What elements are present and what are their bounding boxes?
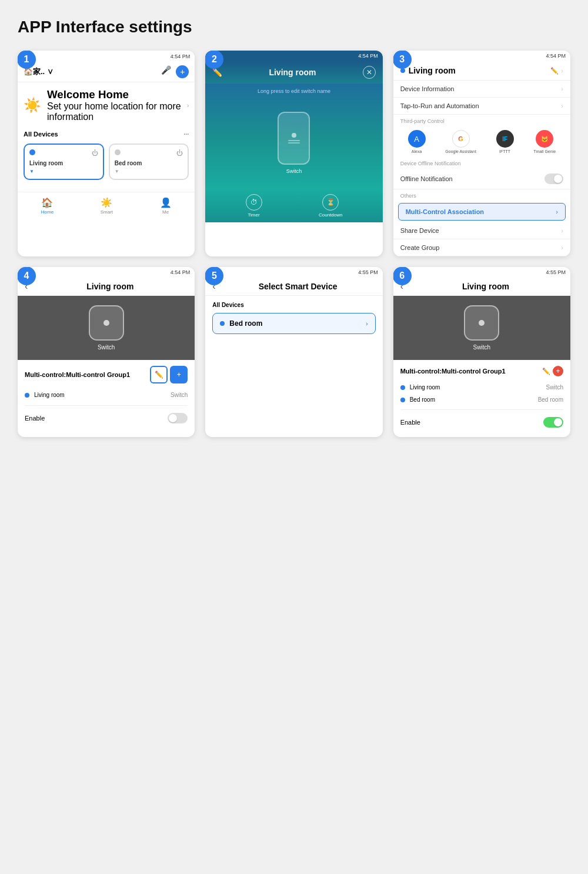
screen-2: 2 📶 4:54 PM ✏️ Living room ✕ Long press … — [205, 51, 382, 256]
google-button[interactable]: G Google Assistant — [445, 130, 476, 154]
menu-device-info[interactable]: Device Information › — [393, 81, 570, 98]
timer-button[interactable]: ⏱ Timer — [246, 194, 262, 218]
share-device-label: Share Device — [400, 227, 439, 234]
device-name-bedroom: Bed room — [115, 160, 183, 166]
s4-header: ‹ Living room — [18, 278, 195, 296]
s4-divider — [25, 405, 188, 406]
s6-device-box — [464, 305, 499, 341]
s3-edit-icon[interactable]: ✏️ — [550, 67, 559, 75]
s2-device-image — [278, 112, 310, 165]
s4-row-dot-1 — [25, 393, 29, 398]
s4-enable-label: Enable — [25, 415, 45, 422]
screen-4: 4 📶 4:54 PM ‹ Living room Switch Multi-c… — [18, 267, 195, 437]
countdown-button[interactable]: ⏳ Countdown — [319, 194, 342, 218]
nav-smart[interactable]: ☀️ Smart — [101, 197, 113, 215]
plus-icon: + — [177, 371, 181, 379]
tmall-button[interactable]: 🐱 Tmall Genie — [533, 130, 556, 154]
s5-title: Select Smart Device — [220, 282, 376, 291]
ifttt-label: IFTTT — [499, 149, 510, 154]
device-cards: ⏻ Living room ▼ ⏻ Bed room ▼ — [18, 140, 195, 186]
menu-tap-run[interactable]: Tap-to-Run and Automation › — [393, 98, 570, 115]
edit-icon: ✏️ — [155, 371, 163, 379]
device-dropdown-icon[interactable]: ▼ — [29, 169, 98, 174]
share-device-row[interactable]: Share Device › — [393, 222, 570, 239]
s4-title: Living room — [32, 282, 188, 291]
ifttt-icon: IF — [496, 130, 514, 148]
home-nav-icon: 🏠 — [41, 197, 53, 208]
s6-enable-toggle[interactable] — [543, 417, 563, 428]
s6-add-button[interactable]: + — [553, 366, 563, 376]
step-badge-6: 6 — [393, 267, 412, 285]
status-bar-1: 🏠家.. 4:54 PM — [18, 51, 195, 62]
s3-title: Living room — [409, 66, 456, 75]
timer-label: Timer — [248, 212, 259, 218]
mic-icon[interactable]: 🎤 — [161, 65, 171, 78]
s4-device-area: Switch — [18, 296, 195, 360]
offline-notification-row: Offline Notification — [393, 169, 570, 189]
device-card-living[interactable]: ⏻ Living room ▼ — [24, 144, 104, 180]
s5-device-item[interactable]: Bed room › — [212, 313, 375, 334]
s2-edit-icon[interactable]: ✏️ — [212, 68, 222, 77]
device-status-dot-2 — [115, 149, 121, 155]
s6-row-type-1: Switch — [546, 384, 563, 391]
power-icon-2[interactable]: ⏻ — [176, 149, 183, 156]
nav-home[interactable]: 🏠 Home — [41, 197, 54, 215]
power-icon[interactable]: ⏻ — [92, 149, 98, 156]
s6-enable-label: Enable — [400, 419, 420, 426]
s6-row-name-1: Living room — [410, 384, 542, 391]
device-dropdown-icon-2[interactable]: ▼ — [115, 169, 183, 174]
s4-enable-toggle[interactable] — [168, 413, 188, 423]
tmall-label: Tmall Genie — [533, 149, 556, 154]
add-icon[interactable]: + — [176, 65, 189, 78]
s5-device-arrow: › — [366, 320, 368, 327]
device-status-dot — [29, 149, 35, 155]
third-party-icons: A Alexa G Google Assistant IF IFTTT 🐱 Tm… — [393, 126, 570, 157]
s4-row-name-1: Living room — [34, 392, 166, 398]
all-devices-label: All Devices — [24, 131, 58, 138]
device-card-bedroom[interactable]: ⏻ Bed room ▼ — [109, 144, 189, 180]
more-options-icon[interactable]: ··· — [183, 131, 189, 138]
s4-row-type-1: Switch — [171, 392, 188, 398]
s6-divider — [400, 409, 563, 410]
s6-device-row-1: Living room Switch — [400, 381, 563, 393]
s6-title: Living room — [408, 282, 563, 291]
google-icon: G — [452, 130, 470, 148]
s5-body: All Devices Bed room › — [205, 296, 382, 340]
create-group-label: Create Group — [400, 244, 440, 251]
screen-1: 1 🏠家.. 4:54 PM 🏠家.. ∨ 🎤 + ☀️ Welcome Hom… — [18, 51, 195, 256]
page-title: APP Interface settings — [18, 18, 570, 36]
s1-header: 🏠家.. ∨ 🎤 + — [18, 62, 195, 82]
screen-5: 5 📶 4:55 PM ‹ Select Smart Device All De… — [205, 267, 382, 437]
status-bar-4: 📶 4:54 PM — [18, 267, 195, 278]
s2-close-icon[interactable]: ✕ — [363, 66, 376, 79]
ifttt-button[interactable]: IF IFTTT — [496, 130, 514, 154]
welcome-arrow-icon[interactable]: › — [187, 102, 189, 109]
status-time-1: 4:54 PM — [171, 54, 191, 59]
s2-bottom-icons: ⏱ Timer ⏳ Countdown — [205, 189, 382, 222]
toggle-thumb — [554, 175, 562, 183]
share-device-arrow: › — [561, 227, 563, 234]
device-info-arrow: › — [561, 85, 563, 92]
s4-edit-button[interactable]: ✏️ — [150, 366, 168, 383]
me-nav-icon: 👤 — [160, 197, 172, 208]
screen-6: 6 📶 4:55 PM ‹ Living room Switch Multi-c… — [393, 267, 570, 437]
s4-add-button[interactable]: + — [170, 366, 188, 383]
s2-switch-lines — [288, 140, 300, 144]
s6-group-title: Multi-control:Multi-control Group1 — [400, 368, 506, 375]
s5-device-name: Bed room — [229, 319, 361, 328]
tmall-icon: 🐱 — [536, 130, 553, 148]
s4-switch-label: Switch — [98, 344, 115, 351]
offline-toggle[interactable] — [544, 174, 563, 184]
create-group-row[interactable]: Create Group › — [393, 239, 570, 256]
nav-me[interactable]: 👤 Me — [160, 197, 172, 215]
s3-header: Living room ✏️ › — [393, 61, 570, 81]
s6-body: Multi-control:Multi-control Group1 ✏️ + … — [393, 360, 570, 437]
others-section: Others — [393, 189, 570, 201]
s6-edit-icon[interactable]: ✏️ — [542, 368, 550, 375]
s4-enable-row: Enable — [25, 409, 188, 427]
multi-control-row[interactable]: Multi-Control Association › — [398, 203, 566, 221]
s6-switch-label: Switch — [473, 344, 490, 351]
multi-control-label: Multi-Control Association — [406, 208, 484, 215]
status-bar-6: 📶 4:55 PM — [393, 267, 570, 278]
alexa-button[interactable]: A Alexa — [408, 130, 426, 154]
